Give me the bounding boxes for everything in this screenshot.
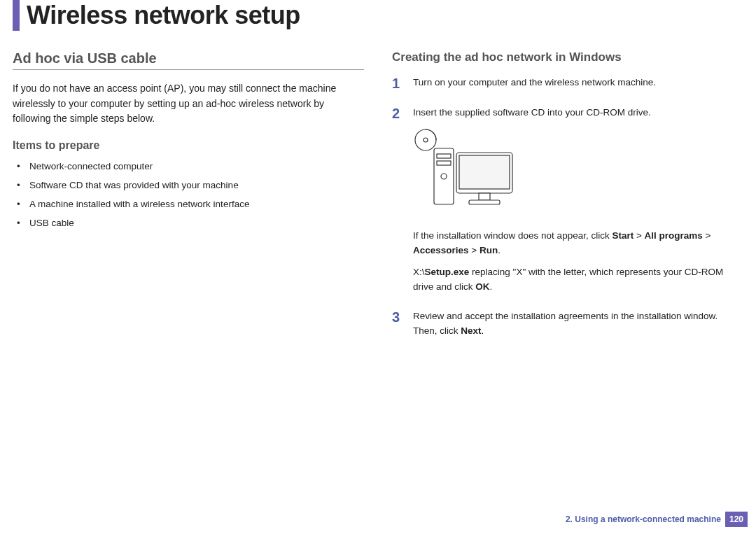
note-text: > bbox=[703, 230, 711, 241]
right-column: Creating the ad hoc network in Windows 1… bbox=[392, 50, 743, 346]
note-bold: All programs bbox=[645, 230, 703, 241]
note-bold: Run bbox=[479, 245, 498, 255]
svg-rect-9 bbox=[469, 200, 500, 204]
svg-rect-4 bbox=[437, 161, 451, 165]
svg-rect-3 bbox=[437, 154, 451, 158]
path-bold: Setup.exe bbox=[425, 267, 470, 277]
title-accent-bar bbox=[13, 0, 20, 31]
note-text: If the installation window does not appe… bbox=[413, 230, 612, 241]
step-1: 1 Turn on your computer and the wireless… bbox=[392, 76, 743, 97]
prepare-list: Network-connected computer Software CD t… bbox=[13, 159, 364, 232]
step-3: 3 Review and accept the installation agr… bbox=[392, 309, 743, 346]
list-item: Network-connected computer bbox=[17, 159, 364, 175]
steps-list: 1 Turn on your computer and the wireless… bbox=[392, 76, 743, 346]
note-bold: Accessories bbox=[413, 245, 469, 255]
step-text: Review and accept the installation agree… bbox=[413, 309, 743, 339]
svg-point-1 bbox=[424, 138, 428, 142]
page-title-row: Wireless network setup bbox=[0, 0, 756, 36]
step-text-span: . bbox=[482, 325, 484, 336]
cd-computer-illustration bbox=[413, 127, 743, 223]
page-footer: 2. Using a network-connected machine 120 bbox=[566, 512, 748, 527]
path-text: X:\ bbox=[413, 267, 425, 277]
step-body: Turn on your computer and the wireless n… bbox=[413, 76, 743, 97]
step-number: 2 bbox=[392, 106, 403, 122]
note-bold: Start bbox=[612, 230, 634, 241]
step-text: Insert the supplied software CD into you… bbox=[413, 106, 743, 120]
step-body: Insert the supplied software CD into you… bbox=[413, 106, 743, 302]
step-body: Review and accept the installation agree… bbox=[413, 309, 743, 346]
list-item: A machine installed with a wireless netw… bbox=[17, 197, 364, 213]
page-title: Wireless network setup bbox=[27, 1, 300, 30]
path-text: . bbox=[490, 281, 493, 292]
svg-point-5 bbox=[441, 174, 447, 179]
step-note: If the installation window does not appe… bbox=[413, 229, 743, 258]
step-text: Turn on your computer and the wireless n… bbox=[413, 76, 743, 90]
note-text: > bbox=[634, 230, 644, 241]
list-item: Software CD that was provided with your … bbox=[17, 178, 364, 194]
computer-cd-icon bbox=[413, 127, 518, 218]
subheading-items: Items to prepare bbox=[13, 139, 364, 152]
svg-rect-7 bbox=[459, 155, 510, 189]
step-text-span: Review and accept the installation agree… bbox=[413, 311, 718, 336]
step-2: 2 Insert the supplied software CD into y… bbox=[392, 106, 743, 302]
footer-page-number: 120 bbox=[725, 512, 748, 527]
svg-rect-8 bbox=[479, 193, 490, 200]
path-bold: OK bbox=[475, 281, 489, 292]
step-path: X:\Setup.exe replacing "X" with the lett… bbox=[413, 265, 743, 295]
step-number: 3 bbox=[392, 309, 403, 325]
step-text-bold: Next bbox=[461, 325, 481, 336]
footer-chapter: 2. Using a network-connected machine bbox=[566, 514, 721, 524]
section-heading-adhoc: Ad hoc via USB cable bbox=[13, 50, 364, 70]
step-number: 1 bbox=[392, 76, 403, 92]
subheading-creating: Creating the ad hoc network in Windows bbox=[392, 50, 743, 64]
intro-paragraph: If you do not have an access point (AP),… bbox=[13, 81, 364, 127]
left-column: Ad hoc via USB cable If you do not have … bbox=[13, 50, 364, 346]
note-text: > bbox=[469, 245, 479, 255]
note-text: . bbox=[498, 245, 500, 255]
content-columns: Ad hoc via USB cable If you do not have … bbox=[0, 50, 756, 346]
list-item: USB cable bbox=[17, 216, 364, 232]
